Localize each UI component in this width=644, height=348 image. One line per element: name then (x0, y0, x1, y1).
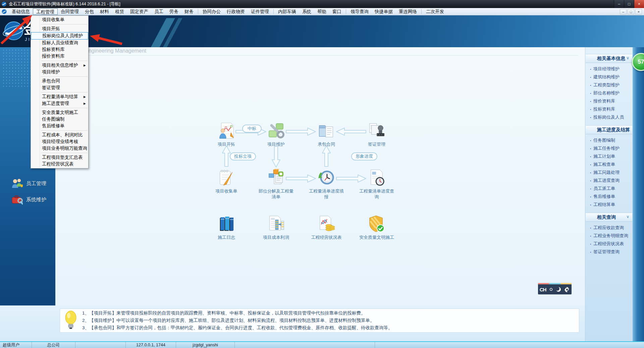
dropdown-item-project-manager-performance[interactable]: 项目经理业绩考核 (31, 138, 88, 145)
mdi-minimize-button[interactable]: – (620, 9, 627, 14)
menu-reconnect-network[interactable]: 重连网络 (396, 8, 420, 15)
flow-node-label: 项目维护 (259, 142, 293, 147)
menu-system[interactable]: 系统 (299, 8, 314, 15)
link-after-sales-repair[interactable]: 售后维修单 (585, 193, 633, 201)
flow-node-project-collection[interactable]: 项目收集单 (209, 168, 244, 194)
dropdown-item-project-development[interactable]: 项目开拓 (31, 25, 88, 32)
flow-node-visa-management[interactable]: 签证管理 (359, 122, 394, 147)
section-header-progress-settlement[interactable]: 施工进度及结算 ∨ (586, 125, 632, 134)
link-construction-progress-query[interactable]: 施工进度查询 (585, 177, 633, 185)
sidebar-item-system-maintenance[interactable]: 系统维护 (11, 195, 46, 205)
menu-basic-info[interactable]: 基础信息 (9, 8, 33, 15)
notepad-pencil-icon (217, 168, 235, 187)
link-construction-plan[interactable]: 施工计划单 (585, 152, 633, 160)
link-business-detail-query[interactable]: 工程业务明细查询 (585, 232, 633, 240)
dropdown-item-bid-data-library[interactable]: 投标资料库 (31, 46, 88, 53)
maximize-button[interactable]: □ (624, 0, 634, 8)
dropdown-item-contract[interactable]: 承包合同 (31, 78, 88, 84)
dropdown-item-after-sales-repair[interactable]: 售后维修单 (31, 123, 88, 129)
menu-engineering-management[interactable]: 工程管理 (33, 8, 58, 15)
sidebar-item-employee-management[interactable]: 员工管理 (11, 179, 46, 189)
dropdown-item-bid-position-personnel-maintenance[interactable]: 投标岗位及人员维护 (31, 32, 88, 40)
widget-ch-button[interactable]: CH (540, 287, 546, 292)
link-project-manager-maintenance[interactable]: 项目经理维护 (585, 65, 633, 73)
link-bid-library[interactable]: 投标资料库 (585, 105, 633, 113)
flow-node-boq-progress-query[interactable]: 工程量清单进度查询 (359, 168, 394, 200)
flow-node-operation-status-table[interactable]: 工程经营状况表 (309, 215, 344, 240)
menu-item-label: 投标岗位及人员维护 (42, 33, 83, 39)
dropdown-item-bid-personnel-performance-query[interactable]: 投标人员业绩查询 (31, 40, 88, 46)
gear-icon[interactable] (564, 287, 570, 292)
flow-node-part-decomposition-boq[interactable]: 部位分解及工程量清单 (259, 168, 293, 200)
mdi-restore-button[interactable]: □ (628, 9, 634, 14)
link-quotation-library[interactable]: 报价资料库 (585, 97, 633, 105)
link-project-type-maintenance[interactable]: 工程类型维护 (585, 81, 633, 89)
menu-finance[interactable]: 财务 (181, 8, 197, 15)
dot-icon[interactable] (549, 288, 553, 291)
dropdown-item-construction-progress-management[interactable]: 施工进度管理▶ (31, 100, 88, 107)
floating-toolbar-widget[interactable]: CH (538, 283, 572, 294)
link-construction-issue-handling[interactable]: 施工问题处理 (585, 168, 633, 177)
menu-admin-supplies[interactable]: 行政物资 (224, 8, 248, 15)
link-bid-position-personnel[interactable]: 投标岗位及人员 (585, 113, 633, 121)
link-construction-inspection[interactable]: 施工检查单 (585, 160, 633, 168)
menu-leader-query[interactable]: 领导查询 (347, 8, 372, 15)
flow-node-safety-quality[interactable]: 安全质量文明施工 (359, 215, 394, 240)
link-building-structure-maintenance[interactable]: 建筑结构维护 (585, 73, 633, 81)
menu-fixed-assets[interactable]: 固定资产 (127, 8, 151, 15)
mdi-close-button[interactable]: × (635, 9, 642, 14)
link-visa-management-query[interactable]: 签证管理查询 (585, 248, 633, 256)
dropdown-item-cost-profit-comparison[interactable]: 工程成本、利润对比 (31, 132, 88, 138)
dropdown-item-safety-quality-construction[interactable]: 安全质量文明施工 (31, 109, 88, 116)
moon-icon[interactable] (556, 287, 561, 292)
menu-internal-vehicles[interactable]: 内部车辆 (275, 8, 299, 15)
menu-materials[interactable]: 材料 (97, 8, 112, 15)
link-employee-dispatch[interactable]: 员工派工单 (585, 185, 633, 193)
menu-collaboration[interactable]: 协同办公 (200, 8, 224, 15)
menu-employees[interactable]: 员工 (151, 8, 166, 15)
menu-contract-management[interactable]: 合同管理 (58, 8, 82, 15)
project-maintenance-icon (267, 122, 285, 140)
menu-quick-documents[interactable]: 快捷单据 (372, 8, 396, 15)
menu-help[interactable]: 帮助 (314, 8, 329, 15)
menu-labor[interactable]: 劳务 (166, 8, 181, 15)
dropdown-item-project-maintenance[interactable]: 项目维护 (31, 69, 88, 75)
lightbulb-icon (64, 310, 77, 331)
dropdown-item-project-related-info-maintenance[interactable]: 项目相关信息维护▶ (31, 62, 88, 69)
menu-subcontract[interactable]: 分包 (82, 8, 97, 15)
menu-certificates[interactable]: 证件管理 (248, 8, 272, 15)
dropdown-item-advance-payment-summary[interactable]: 工程项目垫支汇总表 (31, 154, 88, 161)
link-part-name-maintenance[interactable]: 部位名称维护 (585, 89, 633, 97)
flow-node-construction-log[interactable]: 施工日志 (209, 215, 244, 240)
section-header-related-query[interactable]: 相关查询 ∨ (586, 213, 632, 222)
link-project-settlement[interactable]: 工程结算单 (585, 201, 633, 209)
dropdown-item-boq-settlement[interactable]: 工程量清单与结算▶ (31, 93, 88, 100)
section-header-basic-info[interactable]: 相关基本信息 ∨ (586, 54, 632, 63)
close-button[interactable]: × (634, 0, 644, 8)
menu-item-label: 售后维修单 (42, 123, 65, 129)
status-empty (375, 342, 644, 348)
tips-panel: 1、【项目开拓】来管理项目投标阶段的自营项目的跟踪费用、资料审核、中标率、投标保… (60, 308, 579, 333)
minimize-button[interactable]: – (614, 0, 624, 8)
dropdown-item-operation-status-table[interactable]: 工程经营状况表 (31, 161, 88, 167)
dropdown-item-business-detail-universal-query[interactable]: 项目业务明细万能查询 (31, 145, 88, 152)
dropdown-item-task-chart-compilation[interactable]: 任务图编制 (31, 116, 88, 123)
link-construction-task-maintenance[interactable]: 施工任务维护 (585, 144, 633, 152)
dropdown-item-visa-management[interactable]: 签证管理 (31, 84, 88, 91)
link-operation-status-table[interactable]: 工程经营状况表 (585, 240, 633, 248)
chevron-down-icon: ∨ (626, 56, 629, 60)
dropdown-item-project-collection-sheet[interactable]: 项目收集单 (31, 16, 88, 23)
link-task-chart[interactable]: 任务图编制 (585, 136, 633, 144)
menu-secondary-development[interactable]: 二次开发 (423, 8, 447, 15)
menu-window[interactable]: 窗口 (329, 8, 344, 15)
flow-node-label: 项目开拓 (209, 142, 244, 147)
menu-leasing[interactable]: 租赁 (112, 8, 127, 15)
dropdown-item-quotation-data-library[interactable]: 报价资料库 (31, 53, 88, 60)
flow-node-boq-progress-report[interactable]: 工程量清单进度填报 (309, 168, 344, 200)
link-receivables-query[interactable]: 工程应收款查询 (585, 224, 633, 232)
flow-node-project-cost-profit[interactable]: 项目成本利润 (259, 215, 293, 240)
flow-node-project-development[interactable]: 项目开拓 (209, 122, 244, 147)
document-clock-icon (368, 168, 386, 187)
flow-node-project-maintenance[interactable]: 项目维护 (259, 122, 293, 147)
flow-node-contract[interactable]: 承包合同 (309, 122, 344, 147)
